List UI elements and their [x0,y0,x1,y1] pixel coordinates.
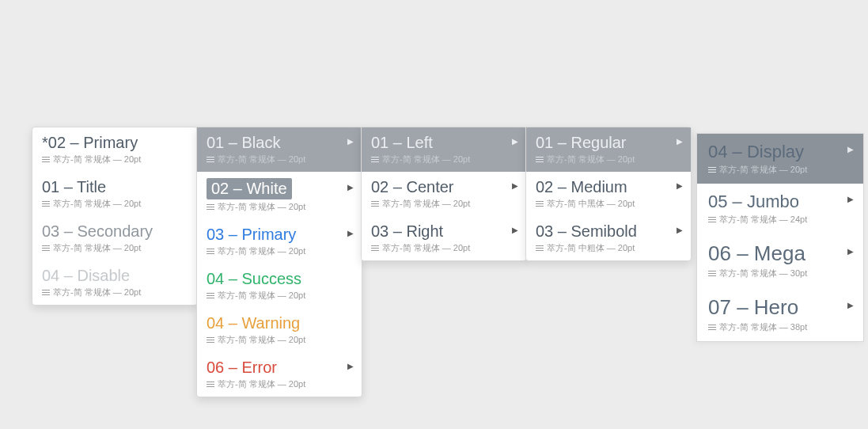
meta: 萃方-简 常规体 — 20pt [218,378,305,390]
item-secondary[interactable]: 03 – Secondary 萃方-简 常规体 — 20pt [32,216,197,260]
panel-weight: 01 – Regular▶ 萃方-简 常规体 — 20pt 02 – Mediu… [525,127,692,261]
lines-icon [371,157,379,163]
item-left[interactable]: 01 – Left▶ 萃方-简 常规体 — 20pt [362,127,526,172]
chevron-right-icon: ▶ [347,136,354,145]
label: 03 – Right [371,222,443,241]
item-center[interactable]: 02 – Center▶ 萃方-简 常规体 — 20pt [362,172,526,216]
organize-text-styles[interactable]: Organize Text Styles… [710,342,860,355]
lines-icon [719,68,727,74]
lines-icon [536,201,544,207]
label: 01 – Caption [719,25,860,37]
label: 03 – Semibold [536,222,637,241]
item-black[interactable]: 01 – Black▶ 萃方-简 常规体 — 20pt [197,127,362,172]
label: *02 – Primary [42,134,138,152]
lines-icon [207,204,214,211]
sidebar-header[interactable]: No Text Style [702,0,868,21]
chevron-right-icon: ▶ [854,59,860,67]
meta: 萃方-简 常规体 — 14pt [730,66,809,77]
chevron-right-icon: ▶ [847,195,854,203]
meta: 萃方-简 中粗体 — 20pt [547,242,635,254]
label: 07 – Hero [708,295,798,319]
item-display[interactable]: 04 – Display▶ 萃方-简 常规体 — 20pt [697,134,863,184]
item-hero[interactable]: 07 – Hero▶ 萃方-简 常规体 — 38pt [697,287,863,341]
meta: 萃方-简 常规体 — 20pt [218,334,305,346]
item-semibold[interactable]: 03 – Semibold▶ 萃方-简 中粗体 — 20pt [526,216,691,260]
item-right[interactable]: 03 – Right▶ 萃方-简 常规体 — 20pt [362,216,526,260]
item-primary[interactable]: *02 – Primary 萃方-简 常规体 — 20pt [32,127,197,172]
label: 03 – Secondary [42,222,153,241]
item-mega[interactable]: 06 – Mega▶ 萃方-简 常规体 — 30pt [697,233,863,287]
meta: 萃方-简 常规体 — 20pt [719,164,807,176]
label: 01 – Title [42,178,106,196]
lines-icon [207,382,214,388]
label: 04 – Success [207,270,301,288]
item-disable[interactable]: 04 – Disable 萃方-简 常规体 — 20pt [32,260,197,305]
meta: 萃方-简 常规体 — 20pt [547,154,635,165]
chevron-right-icon: ▶ [677,225,683,233]
label: 03 – Primary [207,226,296,244]
chevron-right-icon: ▶ [854,87,860,96]
item-primary-color[interactable]: 03 – Primary▶ 萃方-简 常规体 — 20pt [197,219,362,264]
item-warning[interactable]: 04 – Warning 萃方-简 常规体 — 20pt [197,308,362,352]
label: 02 – White [207,178,292,199]
label: 01 – Black [207,134,280,152]
sidebar-item-body[interactable]: ✓ 02 – Body 萃方-简 常规体 — 14pt ▶ [702,50,868,78]
label: 02 – Body [719,54,860,66]
meta: 萃方-简 常规体 — 20pt [382,198,470,210]
meta: 萃方-简 常规体 — 20pt [382,242,470,254]
label: 06 – Error [207,359,277,377]
item-error[interactable]: 06 – Error▶ 萃方-简 常规体 — 20pt [197,352,362,397]
item-white[interactable]: 02 – White▶ 萃方-简 常规体 — 20pt [197,172,362,219]
meta: 萃方-简 常规体 — 20pt [382,154,470,165]
chevron-right-icon: ▶ [847,246,854,255]
meta: 萃方-简 常规体 — 20pt [218,245,305,257]
lines-icon [207,249,214,255]
label: 03 – Title [719,82,860,94]
meta: 萃方-简 常规体 — 24pt [719,214,807,226]
label: 06 – Mega [708,241,805,265]
chevron-right-icon: ▶ [854,30,860,39]
chevron-right-icon: ▶ [347,361,354,370]
meta: 萃方-简 常规体 — 20pt [218,154,305,165]
lines-icon [42,157,50,163]
sidebar-item-title[interactable]: 03 – Title 萃方-简 常规体 — 16pt ▶ [702,78,868,107]
lines-icon [207,337,214,344]
item-title[interactable]: 01 – Title 萃方-简 常规体 — 20pt [32,172,197,216]
chevron-right-icon: ▶ [677,180,683,189]
item-jumbo[interactable]: 05 – Jumbo▶ 萃方-简 常规体 — 24pt [697,184,863,233]
label: 04 – Disable [42,267,130,285]
label: 01 – Left [371,134,433,152]
chevron-right-icon: ▶ [512,225,518,233]
meta: 萃方-简 常规体 — 20pt [53,154,141,165]
check-icon: ✓ [707,55,714,65]
lines-icon [708,167,716,173]
lines-icon [708,217,716,223]
lines-icon [371,201,379,207]
item-medium[interactable]: 02 – Medium▶ 萃方-简 中黑体 — 20pt [526,172,691,216]
meta: 萃方-简 常规体 — 38pt [719,321,807,333]
chevron-right-icon: ▶ [677,136,683,145]
lines-icon [42,201,50,207]
lines-icon [536,157,544,163]
lines-icon [708,271,716,277]
panel-size: 04 – Display▶ 萃方-简 常规体 — 20pt 05 – Jumbo… [696,133,864,342]
meta: 萃方-简 常规体 — 30pt [719,268,807,279]
label: 05 – Jumbo [708,192,799,211]
item-success[interactable]: 04 – Success 萃方-简 常规体 — 20pt [197,264,362,308]
panel-priority: *02 – Primary 萃方-简 常规体 — 20pt 01 – Title… [32,127,198,306]
panel-align: 01 – Left▶ 萃方-简 常规体 — 20pt 02 – Center▶ … [361,127,527,261]
lines-icon [42,290,50,296]
chevron-right-icon: ▶ [347,182,354,191]
meta: 萃方-简 常规体 — 20pt [53,242,141,254]
sidebar-item-caption[interactable]: 01 – Caption 萃方-简 常规体 — 12pt ▶ [702,21,868,50]
item-regular[interactable]: 01 – Regular▶ 萃方-简 常规体 — 20pt [526,127,691,172]
chevron-right-icon: ▶ [512,136,518,145]
lines-icon [719,97,727,103]
label: 04 – Warning [207,314,300,332]
label: 01 – Regular [536,134,627,152]
label: 04 – Display [708,142,804,161]
meta: 萃方-简 常规体 — 20pt [218,290,305,302]
meta: 萃方-简 中黑体 — 20pt [547,198,635,210]
meta: 萃方-简 常规体 — 12pt [730,37,809,48]
label: 02 – Center [371,178,454,196]
